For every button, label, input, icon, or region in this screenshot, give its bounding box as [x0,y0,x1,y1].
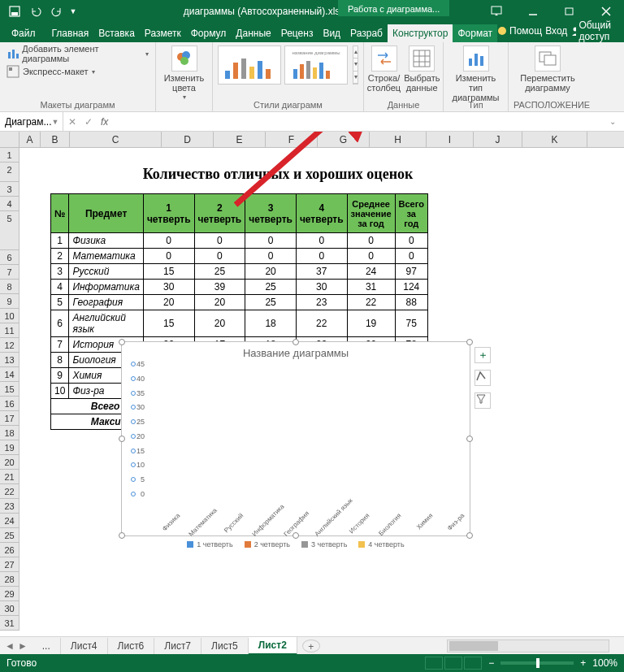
tab-Данные[interactable]: Данные [231,24,275,42]
view-page-break-button[interactable] [464,657,482,670]
login-link[interactable]: Вход [545,25,567,37]
tab-format[interactable]: Формат [453,24,497,42]
chart-elements-button[interactable]: ＋ [474,347,491,363]
col-header[interactable]: K [522,132,587,147]
tab-Главная[interactable]: Главная [47,24,94,42]
view-normal-button[interactable] [425,657,443,670]
chart-filters-button[interactable] [474,392,491,409]
legend-item[interactable]: 3 четверть [301,540,347,548]
express-layout-button[interactable]: Экспресс-макет▾ [5,63,150,80]
change-colors-button[interactable]: Изменить цвета▾ [161,46,207,102]
select-data-button[interactable]: Выбрать данные [404,46,440,93]
tab-Вид[interactable]: Вид [318,24,345,42]
row-header[interactable]: 3 [0,182,20,197]
save-icon[interactable] [5,2,24,20]
add-chart-element-button[interactable]: Добавить элемент диаграммы▾ [5,46,150,62]
row-header[interactable]: 8 [0,280,20,294]
col-header[interactable]: E [214,132,266,147]
row-header[interactable]: 19 [0,440,20,455]
chart-title[interactable]: Название диаграммы [122,347,470,359]
sheet-tab[interactable]: Лист5 [202,638,249,654]
redo-icon[interactable] [47,2,67,20]
switch-row-column-button[interactable]: Строка/ столбец [367,46,401,93]
zoom-level[interactable]: 100% [592,657,618,669]
move-chart-button[interactable]: Переместить диаграмму [514,46,582,93]
col-header[interactable]: F [266,132,318,147]
gallery-scroll[interactable]: ▴▾▾ [353,46,358,85]
tab-file[interactable]: Файл [0,24,47,42]
row-header[interactable]: 28 [0,572,20,587]
row-header[interactable]: 7 [0,265,20,280]
row-header[interactable]: 17 [0,411,20,426]
tell-me-icon[interactable]: Помощ [497,25,542,37]
select-all-corner[interactable] [0,132,20,147]
row-header[interactable]: 30 [0,601,20,616]
row-header[interactable]: 26 [0,543,20,557]
row-header[interactable]: 9 [0,294,20,309]
enter-formula-icon[interactable]: ✓ [84,116,93,128]
fx-label[interactable]: fx [101,116,108,128]
row-header[interactable]: 27 [0,557,20,572]
row-header[interactable]: 2 [0,163,20,182]
tab-Вставка[interactable]: Вставка [93,24,140,42]
view-page-layout-button[interactable] [444,657,462,670]
legend-item[interactable]: 4 четверть [358,540,404,548]
row-header[interactable]: 1 [0,148,20,163]
table-row[interactable]: 3Русский152520372497 [51,264,428,280]
row-header[interactable]: 13 [0,353,20,367]
row-header[interactable]: 21 [0,470,20,484]
row-header[interactable]: 22 [0,484,20,499]
row-header[interactable]: 23 [0,499,20,514]
col-header[interactable]: A [20,132,41,147]
sheet-tab[interactable]: Лист7 [154,638,202,654]
table-row[interactable]: 5География202025232288 [51,295,428,310]
sheet-nav-prev[interactable]: ◄ [5,640,15,652]
zoom-slider[interactable] [500,661,574,665]
col-header[interactable]: J [474,132,522,147]
row-header[interactable]: 18 [0,426,20,440]
tab-constructor[interactable]: Конструктор [388,24,453,42]
name-box[interactable]: Диаграм...▼ [0,112,63,131]
table-row[interactable]: 2Математика000000 [51,249,428,264]
table-row[interactable]: 6Английский язык152018221975 [51,310,428,337]
row-header[interactable]: 5 [0,211,20,250]
chart-styles-gallery[interactable]: название диаграммы [218,46,348,85]
legend-item[interactable]: 2 четверть [245,540,290,548]
row-header[interactable]: 31 [0,616,20,631]
table-row[interactable]: 1Физика000000 [51,233,428,249]
col-header[interactable]: I [427,132,474,147]
cancel-formula-icon[interactable]: ✕ [68,116,76,128]
undo-icon[interactable] [26,2,46,20]
tab-Формул[interactable]: Формул [186,24,232,42]
legend-item[interactable]: 1 четверть [187,540,232,548]
col-header[interactable]: D [162,132,214,147]
chart-styles-button[interactable] [474,370,491,386]
row-header[interactable]: 15 [0,382,20,397]
row-header[interactable]: 6 [0,250,20,265]
row-header[interactable]: 10 [0,309,20,323]
sheet-tab[interactable]: Лист6 [108,638,155,654]
row-header[interactable]: 24 [0,514,20,528]
row-header[interactable]: 20 [0,455,20,470]
row-header[interactable]: 14 [0,367,20,382]
row-header[interactable]: 4 [0,197,20,211]
change-chart-type-button[interactable]: Изменить тип диаграммы [448,46,503,102]
col-header[interactable]: C [70,132,162,147]
col-header[interactable]: G [318,132,370,147]
tab-Разраб[interactable]: Разраб [345,24,388,42]
qat-dropdown-icon[interactable]: ▼ [68,2,78,20]
zoom-in-button[interactable]: + [580,657,586,669]
embedded-chart[interactable]: Название диаграммы 454035302520151050 Фи… [121,341,470,536]
sheet-nav-next[interactable]: ► [18,640,28,652]
table-row[interactable]: 4Информатика3039253031124 [51,280,428,295]
share-button[interactable]: Общий доступ [570,20,618,42]
sheet-tab-active[interactable]: Лист2 [249,637,297,655]
zoom-out-button[interactable]: − [488,657,494,669]
row-header[interactable]: 12 [0,338,20,353]
col-header[interactable]: B [41,132,70,147]
col-header[interactable]: H [370,132,427,147]
sheet-tab-hidden[interactable]: ... [32,638,61,654]
tab-Разметк[interactable]: Разметк [140,24,186,42]
sheet-tab[interactable]: Лист4 [61,638,108,654]
expand-formula-bar-icon[interactable]: ⌄ [609,117,616,126]
